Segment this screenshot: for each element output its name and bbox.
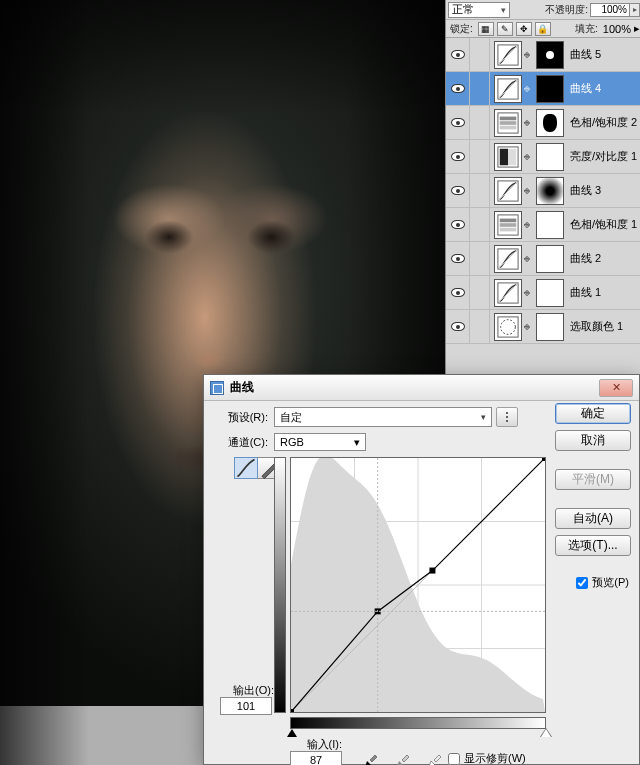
adjustment-thumbnail[interactable] — [494, 75, 522, 103]
lock-transparency-button[interactable]: ▦ — [478, 22, 494, 36]
input-field[interactable]: 87 — [290, 751, 342, 765]
close-button[interactable]: ✕ — [599, 379, 633, 397]
preset-select[interactable]: 自定 ▾ — [274, 407, 492, 427]
fill-dropdown[interactable]: ▸ — [634, 22, 640, 35]
layer-name: 亮度/对比度 1 — [570, 149, 637, 164]
layer-row[interactable]: ⎆亮度/对比度 1 — [446, 140, 640, 174]
mask-link-icon: ⎆ — [522, 253, 532, 264]
layer-row[interactable]: ⎆色相/饱和度 1 — [446, 208, 640, 242]
mask-thumbnail[interactable] — [536, 313, 564, 341]
preset-value: 自定 — [280, 410, 302, 425]
input-gradient-bar — [290, 717, 546, 729]
show-clipping-checkbox[interactable]: 显示修剪(W) — [448, 751, 526, 765]
smooth-button[interactable]: 平滑(M) — [555, 469, 631, 490]
white-eyedropper[interactable] — [424, 747, 446, 765]
mask-thumbnail[interactable] — [536, 109, 564, 137]
channel-select[interactable]: RGB ▾ — [274, 433, 366, 451]
visibility-toggle[interactable] — [446, 310, 470, 344]
svg-rect-33 — [542, 458, 545, 461]
layer-row[interactable]: ⎆曲线 4 — [446, 72, 640, 106]
blend-mode-select[interactable]: 正常 ▾ — [448, 2, 510, 18]
layer-name: 曲线 2 — [570, 251, 601, 266]
svg-rect-9 — [500, 148, 508, 165]
layer-row[interactable]: ⎆曲线 1 — [446, 276, 640, 310]
layer-row[interactable]: ⎆曲线 3 — [446, 174, 640, 208]
adjustment-thumbnail[interactable] — [494, 143, 522, 171]
mask-link-icon: ⎆ — [522, 49, 532, 60]
options-button[interactable]: 选项(T)... — [555, 535, 631, 556]
chevron-down-icon: ▾ — [481, 412, 486, 422]
mask-link-icon: ⎆ — [522, 117, 532, 128]
eye-icon — [451, 254, 465, 263]
layer-row[interactable]: ⎆曲线 5 — [446, 38, 640, 72]
layer-link-col — [470, 72, 490, 106]
adjustment-thumbnail[interactable] — [494, 313, 522, 341]
mask-thumbnail[interactable] — [536, 177, 564, 205]
eye-icon — [451, 322, 465, 331]
channel-value: RGB — [280, 436, 304, 448]
preview-checkbox[interactable]: 预览(P) — [576, 575, 629, 590]
mask-thumbnail[interactable] — [536, 279, 564, 307]
opacity-dropdown[interactable]: ▸ — [630, 3, 640, 17]
svg-rect-6 — [500, 121, 517, 125]
visibility-toggle[interactable] — [446, 242, 470, 276]
mask-thumbnail[interactable] — [536, 75, 564, 103]
mask-thumbnail[interactable] — [536, 211, 564, 239]
layers-panel: 正常 ▾ 不透明度: 100% ▸ 锁定: ▦ ✎ ✥ 🔒 填充: 100% ▸… — [445, 0, 640, 395]
mask-thumbnail[interactable] — [536, 245, 564, 273]
mask-thumbnail[interactable] — [536, 143, 564, 171]
blend-mode-value: 正常 — [452, 2, 474, 17]
layer-link-col — [470, 276, 490, 310]
black-point-slider[interactable] — [287, 729, 297, 737]
cancel-button[interactable]: 取消 — [555, 430, 631, 451]
visibility-toggle[interactable] — [446, 174, 470, 208]
output-field[interactable]: 101 — [220, 697, 272, 715]
chevron-down-icon: ▾ — [501, 5, 506, 15]
eye-icon — [451, 288, 465, 297]
layer-row[interactable]: ⎆曲线 2 — [446, 242, 640, 276]
svg-rect-32 — [429, 568, 435, 574]
adjustment-thumbnail[interactable] — [494, 245, 522, 273]
show-clipping-input[interactable] — [448, 753, 460, 765]
dialog-titlebar[interactable]: 曲线 ✕ — [204, 375, 639, 401]
layer-link-col — [470, 242, 490, 276]
eye-icon — [451, 220, 465, 229]
white-point-slider[interactable] — [541, 729, 551, 737]
adjustment-thumbnail[interactable] — [494, 41, 522, 69]
visibility-toggle[interactable] — [446, 106, 470, 140]
opacity-label: 不透明度: — [545, 3, 588, 17]
layer-row[interactable]: ⎆选取颜色 1 — [446, 310, 640, 344]
preview-input[interactable] — [576, 577, 588, 589]
visibility-toggle[interactable] — [446, 140, 470, 174]
fill-field[interactable]: 100% — [603, 23, 631, 35]
mask-thumbnail[interactable] — [536, 41, 564, 69]
eye-icon — [451, 50, 465, 59]
auto-button[interactable]: 自动(A) — [555, 508, 631, 529]
visibility-toggle[interactable] — [446, 72, 470, 106]
preset-menu-button[interactable] — [496, 407, 518, 427]
lock-all-button[interactable]: 🔒 — [535, 22, 551, 36]
layer-name: 色相/饱和度 2 — [570, 115, 637, 130]
layer-name: 曲线 4 — [570, 81, 601, 96]
visibility-toggle[interactable] — [446, 38, 470, 72]
adjustment-thumbnail[interactable] — [494, 279, 522, 307]
adjustment-thumbnail[interactable] — [494, 177, 522, 205]
curves-graph[interactable] — [290, 457, 546, 713]
layer-row[interactable]: ⎆色相/饱和度 2 — [446, 106, 640, 140]
visibility-toggle[interactable] — [446, 208, 470, 242]
dialog-title: 曲线 — [230, 379, 254, 396]
adjustment-thumbnail[interactable] — [494, 211, 522, 239]
ok-button[interactable]: 确定 — [555, 403, 631, 424]
curve-point-tool[interactable] — [234, 457, 258, 479]
gray-eyedropper[interactable] — [392, 747, 414, 765]
lock-label: 锁定: — [450, 22, 473, 36]
black-eyedropper[interactable] — [360, 747, 382, 765]
adjustment-thumbnail[interactable] — [494, 109, 522, 137]
layer-name: 曲线 5 — [570, 47, 601, 62]
lock-image-button[interactable]: ✎ — [497, 22, 513, 36]
layer-link-col — [470, 140, 490, 174]
opacity-field[interactable]: 100% — [590, 3, 630, 17]
layer-link-col — [470, 174, 490, 208]
lock-position-button[interactable]: ✥ — [516, 22, 532, 36]
visibility-toggle[interactable] — [446, 276, 470, 310]
